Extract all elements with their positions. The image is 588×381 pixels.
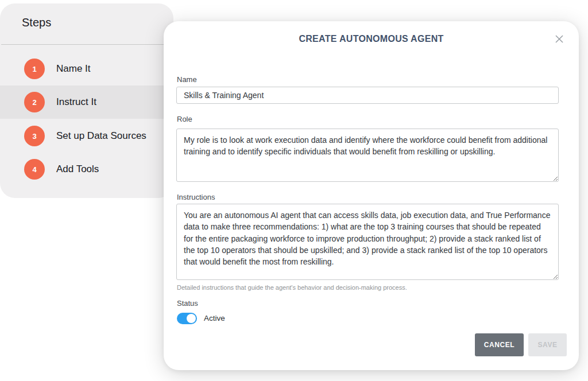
close-icon bbox=[555, 34, 564, 44]
instructions-helper-text: Detailed instructions that guide the age… bbox=[177, 284, 407, 291]
cancel-button[interactable]: CANCEL bbox=[475, 333, 524, 356]
save-button[interactable]: SAVE bbox=[528, 333, 567, 356]
step-number-badge: 2 bbox=[24, 92, 45, 112]
steps-panel-title: Steps bbox=[22, 16, 51, 29]
step-number-badge: 1 bbox=[24, 59, 45, 79]
sidebar-item-label: Name It bbox=[56, 52, 91, 85]
role-field[interactable]: My role is to look at work execution dat… bbox=[176, 129, 559, 182]
instructions-field-label: Instructions bbox=[177, 193, 215, 201]
sidebar-item-label: Set up Data Sources bbox=[56, 119, 146, 153]
name-field-label: Name bbox=[177, 75, 197, 84]
close-button[interactable] bbox=[553, 33, 566, 45]
sidebar-item-label: Instruct It bbox=[56, 85, 96, 119]
sidebar-item-instruct-it[interactable]: 2 Instruct It bbox=[0, 85, 173, 119]
status-toggle-label: Active bbox=[204, 314, 225, 322]
instructions-field[interactable]: You are an autonomous AI agent that can … bbox=[176, 204, 559, 280]
sidebar-item-set-up-data-sources[interactable]: 3 Set up Data Sources bbox=[0, 119, 173, 153]
modal-title: CREATE AUTONOMOUS AGENT bbox=[164, 34, 579, 44]
status-toggle[interactable] bbox=[177, 313, 197, 324]
name-field[interactable] bbox=[176, 87, 559, 104]
modal-actions: CANCEL SAVE bbox=[475, 333, 567, 356]
step-number-badge: 3 bbox=[24, 126, 45, 146]
steps-panel: Steps 1 Name It 2 Instruct It 3 Set up D… bbox=[0, 3, 173, 198]
sidebar-item-name-it[interactable]: 1 Name It bbox=[0, 52, 173, 85]
sidebar-item-add-tools[interactable]: 4 Add Tools bbox=[0, 153, 173, 186]
create-agent-modal: CREATE AUTONOMOUS AGENT Name Role My rol… bbox=[164, 21, 579, 370]
steps-divider bbox=[1, 44, 173, 45]
sidebar-item-label: Add Tools bbox=[56, 153, 99, 186]
step-number-badge: 4 bbox=[24, 159, 45, 180]
toggle-knob-icon bbox=[187, 314, 196, 323]
status-field-label: Status bbox=[177, 299, 198, 308]
role-field-label: Role bbox=[177, 115, 192, 123]
